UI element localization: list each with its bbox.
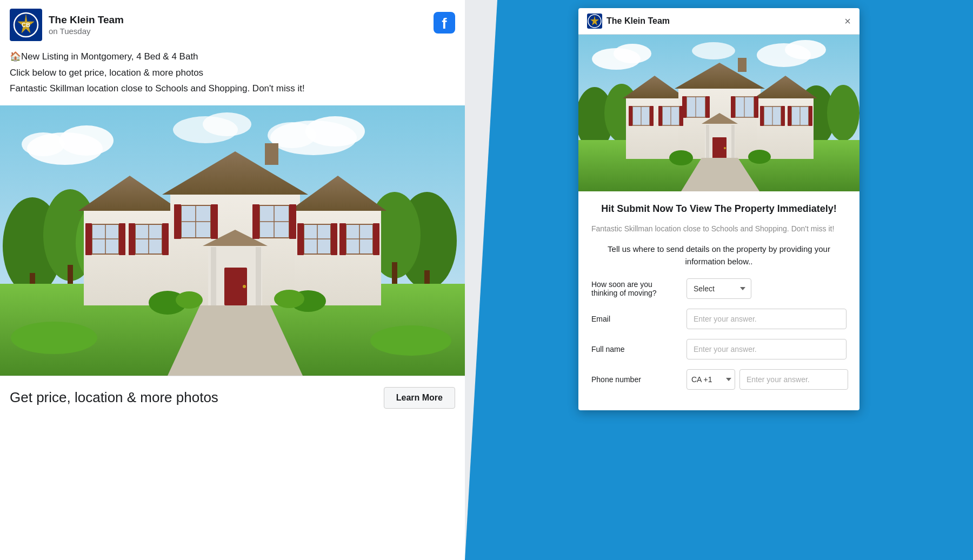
modal-headline: Hit Submit Now To View The Property Imme… bbox=[591, 202, 847, 216]
svg-rect-100 bbox=[731, 125, 735, 159]
modal-close-button[interactable]: × bbox=[844, 16, 851, 26]
facebook-post-panel: CB The Klein Team on Tuesday f 🏠New List… bbox=[0, 0, 465, 560]
svg-rect-67 bbox=[373, 223, 379, 255]
post-text: 🏠New Listing in Montgomery, 4 Bed & 4 Ba… bbox=[0, 48, 465, 105]
footer-text: Get price, location & more photos bbox=[10, 389, 218, 406]
svg-rect-51 bbox=[174, 204, 181, 239]
author-info: The Klein Team on Tuesday bbox=[49, 14, 124, 36]
moving-label: How soon are you thinking of moving? bbox=[591, 280, 678, 297]
phone-input[interactable] bbox=[739, 369, 848, 390]
svg-rect-61 bbox=[297, 223, 304, 255]
svg-point-102 bbox=[724, 147, 726, 149]
post-footer: Get price, location & more photos Learn … bbox=[0, 376, 465, 419]
svg-rect-57 bbox=[289, 204, 296, 239]
email-label: Email bbox=[591, 315, 678, 323]
form-row-moving: How soon are you thinking of moving? Sel… bbox=[591, 278, 847, 299]
post-property-image bbox=[0, 105, 465, 376]
modal-header: The Klein Team × bbox=[578, 8, 859, 35]
modal-instruction: Tell us where to send details on the pro… bbox=[591, 243, 847, 268]
email-input[interactable] bbox=[687, 309, 847, 329]
svg-point-74 bbox=[370, 325, 451, 356]
svg-point-71 bbox=[176, 291, 203, 309]
svg-rect-106 bbox=[650, 106, 654, 126]
svg-rect-125 bbox=[788, 106, 791, 126]
modal-description: Fantastic Skillman location close to Sch… bbox=[591, 223, 847, 235]
svg-rect-96 bbox=[738, 58, 747, 72]
svg-rect-46 bbox=[129, 223, 135, 255]
svg-rect-35 bbox=[256, 247, 261, 305]
svg-rect-122 bbox=[781, 106, 785, 126]
svg-rect-66 bbox=[339, 223, 346, 255]
svg-text:CB: CB bbox=[22, 22, 30, 28]
post-header: CB The Klein Team on Tuesday f bbox=[0, 0, 465, 48]
post-line3: Fantastic Skillman location close to Sch… bbox=[10, 82, 455, 96]
svg-rect-109 bbox=[658, 106, 662, 126]
phone-country-select[interactable]: CA +1 US +1 GB +44 bbox=[687, 369, 735, 390]
svg-rect-42 bbox=[119, 223, 125, 255]
svg-rect-118 bbox=[754, 96, 758, 118]
form-row-fullname: Full name bbox=[591, 339, 847, 359]
modal-property-image bbox=[578, 35, 859, 191]
svg-point-73 bbox=[11, 322, 97, 354]
svg-point-13 bbox=[203, 112, 251, 136]
svg-point-72 bbox=[274, 290, 304, 308]
svg-rect-47 bbox=[162, 223, 169, 255]
svg-rect-31 bbox=[265, 143, 278, 165]
modal-header-left: The Klein Team bbox=[587, 14, 670, 29]
svg-point-128 bbox=[748, 150, 771, 164]
svg-point-82 bbox=[692, 42, 735, 59]
learn-more-button[interactable]: Learn More bbox=[384, 387, 455, 409]
facebook-icon: f bbox=[434, 12, 455, 38]
moving-select[interactable]: Select Immediately 1-3 months 3-6 months… bbox=[687, 278, 751, 299]
svg-rect-117 bbox=[731, 96, 735, 118]
author-area: CB The Klein Team on Tuesday bbox=[10, 9, 124, 41]
svg-rect-113 bbox=[682, 96, 687, 118]
svg-text:f: f bbox=[442, 15, 447, 32]
author-name: The Klein Team bbox=[49, 14, 124, 26]
right-panel: The Klein Team × bbox=[465, 0, 973, 560]
fullname-label: Full name bbox=[591, 345, 678, 354]
svg-point-86 bbox=[827, 85, 859, 141]
svg-rect-62 bbox=[331, 223, 337, 255]
svg-rect-99 bbox=[706, 125, 709, 159]
phone-row: CA +1 US +1 GB +44 bbox=[687, 369, 848, 390]
svg-rect-105 bbox=[629, 106, 632, 126]
form-row-email: Email bbox=[591, 309, 847, 329]
svg-rect-52 bbox=[211, 204, 218, 239]
modal-cb-logo bbox=[587, 14, 602, 29]
post-line2: Click below to get price, location & mor… bbox=[10, 66, 455, 80]
svg-rect-56 bbox=[252, 204, 259, 239]
form-row-phone: Phone number CA +1 US +1 GB +44 bbox=[591, 369, 847, 390]
svg-point-127 bbox=[669, 150, 693, 165]
modal-body: Hit Submit Now To View The Property Imme… bbox=[578, 191, 859, 410]
fullname-input[interactable] bbox=[687, 339, 847, 359]
svg-rect-41 bbox=[85, 223, 92, 255]
svg-point-8 bbox=[22, 132, 65, 156]
svg-marker-76 bbox=[590, 16, 599, 25]
svg-rect-126 bbox=[809, 106, 812, 126]
svg-point-7 bbox=[59, 125, 114, 156]
svg-rect-121 bbox=[760, 106, 764, 126]
svg-point-37 bbox=[243, 285, 246, 288]
post-line1: 🏠New Listing in Montgomery, 4 Bed & 4 Ba… bbox=[10, 50, 455, 64]
author-sub: on Tuesday bbox=[49, 26, 124, 36]
lead-capture-modal: The Klein Team × bbox=[578, 8, 859, 410]
cb-logo: CB bbox=[10, 9, 42, 41]
modal-title: The Klein Team bbox=[607, 16, 670, 26]
svg-point-81 bbox=[785, 40, 826, 59]
phone-label: Phone number bbox=[591, 375, 678, 384]
svg-rect-34 bbox=[211, 247, 216, 305]
svg-rect-114 bbox=[705, 96, 710, 118]
svg-point-79 bbox=[614, 44, 651, 63]
